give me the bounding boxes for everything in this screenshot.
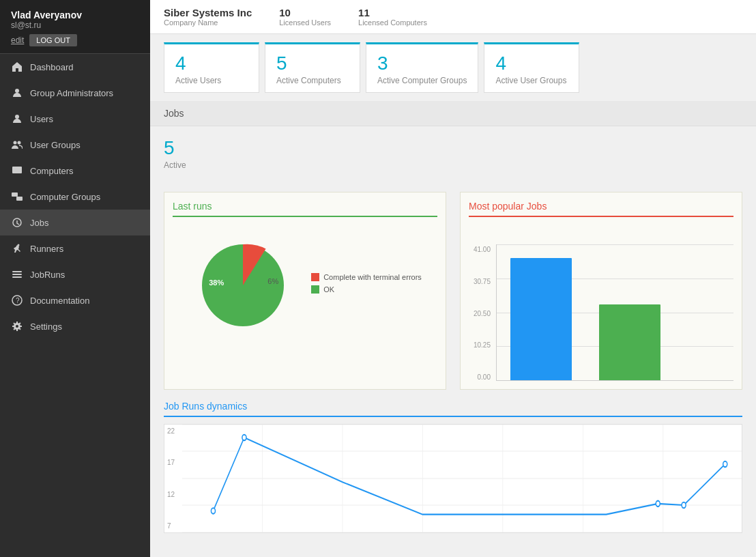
yaxis-label-1: 30.75	[469, 278, 491, 285]
stat-active-user-groups-label: Active User Groups	[495, 76, 568, 85]
stat-active-computer-groups-num: 3	[377, 53, 467, 74]
jobs-section-header: Jobs	[150, 101, 756, 126]
computer-group-icon	[11, 190, 23, 203]
stats-row: 4 Active Users 5 Active Computers 3 Acti…	[150, 34, 756, 101]
yaxis-label-0: 41.00	[469, 246, 491, 253]
yaxis-label-3: 10.25	[469, 341, 491, 349]
computer-icon	[11, 165, 23, 177]
nav-label-computers: Computers	[30, 166, 74, 176]
last-runs-chart: Last runs 38% 6% Comple	[164, 192, 446, 390]
doc-icon: ?	[11, 294, 23, 306]
pie-container: 38% 6% Complete with terminal errors OK	[173, 224, 437, 347]
last-runs-title: Last runs	[173, 201, 437, 217]
sidebar-item-users[interactable]: Users	[0, 106, 150, 132]
person-icon	[11, 113, 23, 125]
legend-color-error	[311, 273, 319, 281]
pie-chart: 38% 6%	[188, 231, 297, 340]
sidebar-item-dashboard[interactable]: Dashboard	[0, 54, 150, 80]
bar-blue	[510, 258, 572, 380]
dynamics-chart-svg	[182, 425, 742, 532]
legend-label-ok: OK	[323, 285, 334, 294]
stat-active-computers-num: 5	[276, 53, 349, 74]
jobs-active-label: Active	[164, 160, 742, 170]
user-email: sl@st.ru	[11, 20, 139, 30]
svg-point-26	[211, 508, 215, 513]
stat-active-computer-groups[interactable]: 3 Active Computer Groups	[366, 42, 478, 93]
svg-rect-9	[12, 271, 22, 272]
pie-legend: Complete with terminal errors OK	[311, 273, 422, 298]
nav-label-jobruns: JobRuns	[30, 270, 65, 280]
licensed-computers-label: Licensed Computers	[358, 18, 427, 27]
logout-button[interactable]: LOG OUT	[29, 34, 77, 46]
svg-rect-11	[12, 276, 22, 278]
company-label: Company Name	[164, 18, 252, 27]
sidebar-item-computer-groups[interactable]: Computer Groups	[0, 184, 150, 210]
sidebar-item-settings[interactable]: Settings	[0, 313, 150, 339]
sidebar-user: Vlad Averyanov sl@st.ru edit LOG OUT	[0, 0, 150, 54]
legend-color-ok	[311, 285, 319, 294]
company-value: Siber Systems Inc	[164, 7, 252, 18]
sidebar-item-jobs[interactable]: Jobs	[0, 210, 150, 235]
svg-point-3	[18, 141, 21, 145]
svg-point-30	[723, 461, 727, 467]
svg-rect-4	[12, 167, 22, 173]
svg-point-1	[15, 115, 19, 119]
nav-label-settings: Settings	[30, 322, 62, 332]
nav-label-user-groups: User Groups	[30, 140, 81, 150]
sidebar-item-group-admins[interactable]: Group Administrators	[0, 80, 150, 106]
stat-active-users[interactable]: 4 Active Users	[164, 42, 259, 93]
edit-link[interactable]: edit	[11, 35, 24, 45]
stat-active-users-label: Active Users	[175, 76, 248, 85]
pie-label-ok: 38%	[209, 278, 224, 287]
svg-rect-5	[12, 192, 18, 197]
stat-active-computers[interactable]: 5 Active Computers	[265, 42, 360, 93]
home-icon	[11, 61, 23, 73]
svg-point-28	[656, 501, 660, 506]
popular-jobs-title: Most popular Jobs	[469, 201, 733, 217]
yaxis-label-4: 0.00	[469, 373, 491, 381]
group-icon	[11, 139, 23, 151]
runner-icon	[11, 242, 23, 255]
sidebar-item-user-groups[interactable]: User Groups	[0, 132, 150, 158]
stat-active-user-groups[interactable]: 4 Active User Groups	[484, 42, 579, 93]
jobruns-icon	[11, 268, 23, 281]
licensed-computers-value: 11	[358, 7, 427, 18]
pie-label-error: 6%	[267, 277, 278, 285]
stat-active-user-groups-num: 4	[495, 53, 568, 74]
svg-point-2	[14, 141, 17, 145]
sidebar-item-runners[interactable]: Runners	[0, 235, 150, 261]
dynamics-yaxis-22: 22	[167, 427, 179, 435]
user-name: Vlad Averyanov	[11, 10, 139, 20]
bar-green	[599, 304, 660, 380]
sidebar-item-jobruns[interactable]: JobRuns	[0, 261, 150, 287]
stat-active-computers-label: Active Computers	[276, 76, 349, 85]
legend-item-ok: OK	[311, 285, 422, 294]
svg-rect-6	[16, 197, 23, 201]
sidebar-item-documentation[interactable]: ? Documentation	[0, 287, 150, 313]
svg-text:?: ?	[16, 297, 20, 304]
licensed-users-label: Licensed Users	[279, 18, 331, 27]
jobs-section-title: Jobs	[164, 108, 184, 119]
charts-row: Last runs 38% 6% Comple	[150, 192, 756, 401]
nav-label-computer-groups: Computer Groups	[30, 192, 100, 202]
settings-icon	[11, 320, 23, 332]
yaxis-label-2: 20.50	[469, 310, 491, 317]
dynamics-yaxis-7: 7	[167, 522, 179, 530]
topbar: Siber Systems Inc Company Name 10 Licens…	[150, 0, 756, 34]
svg-point-27	[242, 435, 246, 440]
sidebar-item-computers[interactable]: Computers	[0, 158, 150, 184]
topbar-licensed-computers: 11 Licensed Computers	[358, 7, 427, 27]
main-content: Siber Systems Inc Company Name 10 Licens…	[150, 0, 756, 557]
stat-active-users-num: 4	[175, 53, 248, 74]
person-admin-icon	[11, 87, 23, 99]
nav-label-runners: Runners	[30, 244, 63, 254]
dynamics-yaxis-17: 17	[167, 459, 179, 466]
jobs-active-count: 5	[164, 137, 742, 159]
licensed-users-value: 10	[279, 7, 331, 18]
stat-active-computer-groups-label: Active Computer Groups	[377, 76, 467, 85]
jobs-icon	[11, 216, 23, 229]
sidebar: Vlad Averyanov sl@st.ru edit LOG OUT Das…	[0, 0, 150, 557]
svg-rect-10	[12, 274, 22, 275]
svg-point-29	[682, 502, 686, 508]
topbar-company: Siber Systems Inc Company Name	[164, 7, 252, 27]
